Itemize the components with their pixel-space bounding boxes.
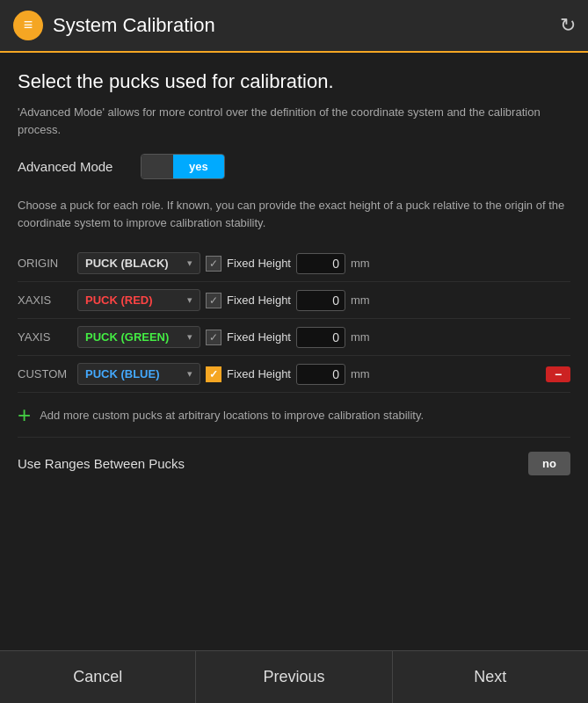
next-button[interactable]: Next [393,651,588,703]
instruction-text: Choose a puck for each role. If known, y… [18,197,570,231]
puck-row-origin: ORIGIN PUCK (BLACK) ▾ ✓ Fixed Height mm [18,245,570,282]
fixed-height-label-origin: Fixed Height [227,257,291,270]
puck-row-xaxis: XAXIS PUCK (RED) ▾ ✓ Fixed Height mm [18,282,570,319]
toggle-on[interactable]: yes [173,155,224,178]
header: ≡ System Calibration ↻ [0,0,588,53]
logo-icon: ≡ [12,10,44,41]
puck-selector-origin[interactable]: PUCK (BLACK) ▾ [77,252,200,274]
cancel-button[interactable]: Cancel [0,651,196,703]
section-title: Select the pucks used for calibration. [18,70,570,93]
mm-label-xaxis: mm [351,294,370,307]
height-input-xaxis[interactable] [296,290,345,311]
dropdown-arrow-custom: ▾ [187,368,192,380]
dropdown-arrow-yaxis: ▾ [187,331,192,343]
puck-role-yaxis: YAXIS [18,330,72,344]
header-left: ≡ System Calibration [12,10,215,41]
footer: Cancel Previous Next [0,650,588,703]
add-custom-button[interactable]: + [18,403,31,426]
puck-selector-xaxis[interactable]: PUCK (RED) ▾ [77,289,200,311]
fixed-height-label-yaxis: Fixed Height [227,330,291,344]
add-custom-text: Add more custom pucks at arbitrary locat… [40,409,424,422]
puck-name-custom: PUCK (BLUE) [85,367,160,380]
refresh-icon[interactable]: ↻ [560,14,576,37]
toggle-off[interactable] [142,155,173,178]
checkbox-area-origin: ✓ Fixed Height [206,256,291,272]
height-input-custom[interactable] [296,364,345,385]
mm-label-custom: mm [351,367,370,380]
puck-name-origin: PUCK (BLACK) [85,257,169,270]
checkbox-area-xaxis: ✓ Fixed Height [206,293,291,308]
puck-row-custom: CUSTOM PUCK (BLUE) ▾ ✓ Fixed Height mm − [18,356,570,393]
previous-button[interactable]: Previous [196,651,392,703]
dropdown-arrow-origin: ▾ [187,257,192,269]
fixed-height-checkbox-yaxis[interactable]: ✓ [206,330,221,345]
height-input-origin[interactable] [296,253,345,274]
puck-name-yaxis: PUCK (GREEN) [85,330,169,344]
advanced-mode-toggle[interactable]: yes [141,154,225,179]
puck-selector-yaxis[interactable]: PUCK (GREEN) ▾ [77,326,200,348]
advanced-mode-label: Advanced Mode [18,159,141,174]
height-input-yaxis[interactable] [296,327,345,348]
fixed-height-label-custom: Fixed Height [227,367,291,380]
ranges-label: Use Ranges Between Pucks [18,456,185,471]
puck-table: ORIGIN PUCK (BLACK) ▾ ✓ Fixed Height mm … [18,245,570,393]
ranges-row: Use Ranges Between Pucks no [18,438,570,489]
fixed-height-label-xaxis: Fixed Height [227,294,291,307]
svg-text:≡: ≡ [24,16,33,33]
puck-name-xaxis: PUCK (RED) [85,294,153,307]
fixed-height-checkbox-xaxis[interactable]: ✓ [206,293,221,308]
puck-role-xaxis: XAXIS [18,294,72,307]
puck-role-origin: ORIGIN [18,257,72,270]
dropdown-arrow-xaxis: ▾ [187,294,192,306]
delete-custom-button[interactable]: − [546,366,570,382]
section-desc: 'Advanced Mode' allows for more control … [18,104,570,138]
puck-selector-custom[interactable]: PUCK (BLUE) ▾ [77,363,200,385]
mm-label-origin: mm [351,257,370,270]
add-custom-row: + Add more custom pucks at arbitrary loc… [18,393,570,438]
main-content: Select the pucks used for calibration. '… [0,53,588,650]
checkbox-area-yaxis: ✓ Fixed Height [206,330,291,345]
header-title: System Calibration [53,14,215,37]
puck-role-custom: CUSTOM [18,367,72,380]
puck-row-yaxis: YAXIS PUCK (GREEN) ▾ ✓ Fixed Height mm [18,319,570,356]
fixed-height-checkbox-custom[interactable]: ✓ [206,366,221,382]
fixed-height-checkbox-origin[interactable]: ✓ [206,256,221,272]
mm-label-yaxis: mm [351,330,370,344]
ranges-toggle[interactable]: no [528,452,570,475]
checkbox-area-custom: ✓ Fixed Height [206,366,291,382]
advanced-mode-row: Advanced Mode yes [18,154,570,179]
